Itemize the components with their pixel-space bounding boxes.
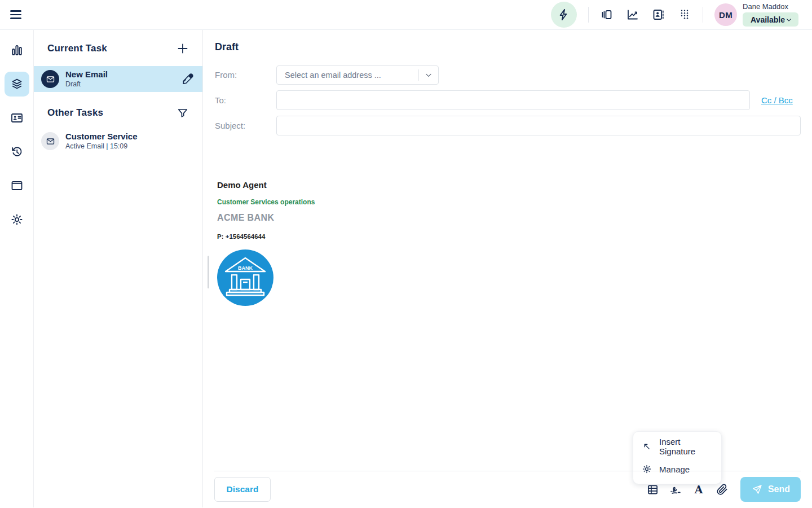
task-item-new-email[interactable]: New Email Draft [34, 66, 202, 92]
signature-context-menu: Insert Signature Manage [633, 431, 722, 484]
email-composer: Draft From: Select an email address ... … [203, 30, 812, 507]
from-label: From: [215, 65, 237, 85]
signature-company: ACME BANK [217, 213, 315, 223]
contacts-icon[interactable] [652, 8, 665, 21]
task-panel: Current Task New Email Draft Other Tasks [34, 30, 203, 507]
topbar-right-cluster: DM Dane Maddox Available [551, 2, 798, 28]
task-subtitle: Draft [65, 80, 108, 88]
signature-name: Demo Agent [217, 180, 315, 190]
signature-icon[interactable] [669, 483, 682, 496]
chevron-down-icon [785, 16, 793, 24]
current-task-header: Current Task [47, 43, 107, 54]
flash-icon[interactable] [551, 2, 577, 28]
envelope-icon [46, 137, 55, 146]
sidebar-item-dashboard[interactable] [5, 38, 29, 63]
footer-divider [214, 471, 801, 471]
arrow-up-left-icon [642, 441, 652, 452]
contact-card-icon [10, 111, 24, 125]
menu-item-label: Insert Signature [659, 437, 713, 456]
envelope-icon [46, 75, 55, 84]
user-name: Dane Maddox [743, 3, 798, 11]
task-subtitle: Active Email | 15:09 [65, 142, 138, 150]
divider [588, 7, 589, 23]
browser-icon [10, 179, 24, 192]
apps-icon[interactable] [678, 8, 691, 21]
filter-tasks-button[interactable] [175, 106, 190, 120]
email-task-badge [41, 132, 59, 150]
task-title: New Email [65, 70, 108, 79]
send-button[interactable]: Send [740, 477, 801, 502]
subject-label: Subject: [215, 116, 245, 135]
sidebar-item-directory[interactable] [5, 106, 29, 130]
sidebar-item-settings[interactable] [5, 207, 29, 232]
sidebar-item-history[interactable] [5, 139, 29, 164]
status-label: Available [751, 15, 785, 24]
avatar[interactable]: DM [714, 3, 737, 26]
email-task-badge [41, 70, 59, 88]
from-placeholder: Select an email address ... [277, 71, 418, 80]
topbar: DM Dane Maddox Available [0, 0, 812, 30]
gear-icon [642, 464, 652, 474]
from-select[interactable]: Select an email address ... [276, 65, 439, 85]
funnel-icon [176, 107, 189, 119]
subject-input[interactable] [276, 116, 801, 135]
bank-logo: BANK [217, 249, 273, 306]
add-task-button[interactable] [175, 41, 190, 56]
send-plane-icon [751, 484, 763, 496]
send-label: Send [768, 484, 790, 494]
menu-item-label: Manage [659, 465, 690, 474]
cc-bcc-link[interactable]: Cc / Bcc [761, 90, 793, 110]
format-toolbar: A [646, 477, 729, 502]
bar-chart-icon [10, 43, 24, 57]
table-icon[interactable] [646, 483, 659, 496]
icon-sidebar [0, 30, 34, 507]
menu-item-insert-signature[interactable]: Insert Signature [633, 435, 721, 458]
bank-logo-text: BANK [238, 265, 253, 271]
menu-icon[interactable] [10, 7, 25, 22]
interactions-icon[interactable] [600, 8, 614, 21]
chevron-down-icon [419, 71, 438, 80]
plus-icon [176, 42, 189, 55]
avatar-initials: DM [719, 10, 732, 20]
task-item-customer-service[interactable]: Customer Service Active Email | 15:09 [34, 128, 202, 154]
discard-button[interactable]: Discard [214, 477, 271, 502]
signature-department: Customer Services operations [217, 198, 315, 206]
sidebar-item-interactions[interactable] [5, 72, 29, 97]
scrollbar-thumb[interactable] [208, 256, 209, 288]
signature-phone: P: +1564564644 [217, 233, 315, 240]
history-icon [10, 145, 24, 159]
task-title: Customer Service [65, 132, 138, 141]
layers-icon [10, 77, 24, 91]
divider [703, 7, 703, 23]
settings-icon [10, 213, 24, 226]
email-body-signature[interactable]: Demo Agent Customer Services operations … [217, 180, 315, 308]
other-tasks-header: Other Tasks [47, 107, 103, 119]
svg-text:A: A [694, 483, 703, 496]
analytics-icon[interactable] [626, 8, 639, 21]
font-icon[interactable]: A [692, 483, 705, 496]
to-input[interactable] [276, 90, 750, 110]
page-title: Draft [215, 41, 239, 53]
sidebar-item-browser[interactable] [5, 173, 29, 198]
to-label: To: [215, 90, 226, 110]
compose-icon[interactable] [181, 72, 195, 86]
status-dropdown[interactable]: Available [743, 12, 798, 27]
paperclip-icon[interactable] [715, 483, 729, 496]
